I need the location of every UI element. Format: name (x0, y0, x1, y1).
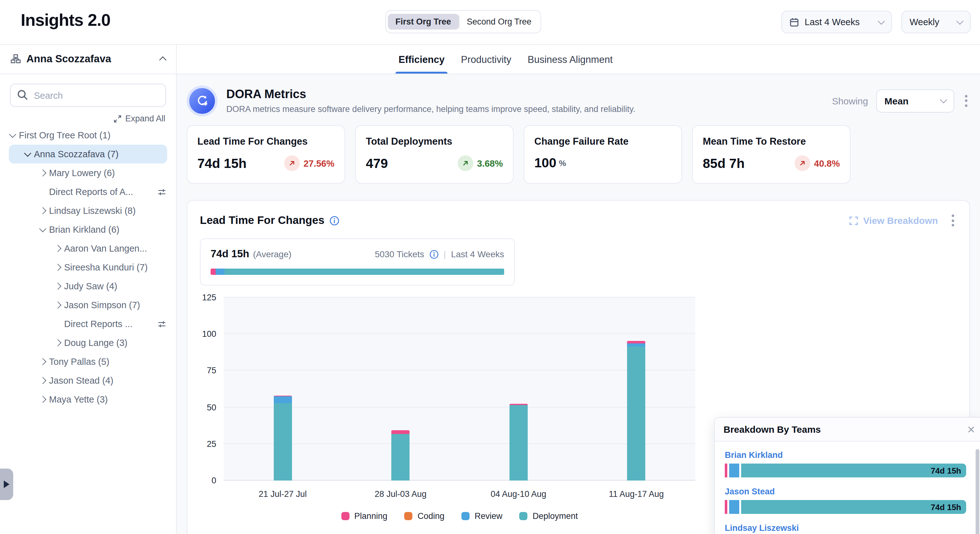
breakdown-team-link[interactable]: Lindsay Liszewski (725, 523, 966, 533)
filter-icon[interactable] (158, 188, 166, 196)
search-icon (17, 89, 28, 100)
tickets-count: 5030 Tickets (375, 249, 424, 259)
metric-card-value: 85d 7h (703, 156, 745, 171)
chevron-right-icon[interactable] (37, 171, 49, 175)
granularity-select[interactable]: Weekly (901, 11, 970, 33)
tree-item-maya-yette-3[interactable]: Maya Yette (3) (0, 390, 176, 409)
x-axis-label-21-jul-27-jul: 21 Jul-27 Jul (259, 489, 307, 499)
dora-title: DORA Metrics (226, 88, 636, 101)
dora-kebab-menu[interactable] (963, 92, 970, 109)
legend-swatch-deployment (520, 512, 528, 520)
breakdown-bar: 74d 15h (725, 464, 966, 477)
aggregation-value: Mean (885, 95, 908, 106)
chevron-down-icon[interactable] (21, 151, 34, 156)
section-tabs: EfficiencyProductivityBusiness Alignment (176, 44, 980, 74)
tree-item-label: Lindsay Liszewski (8) (49, 206, 136, 216)
breakdown-scrollbar[interactable] (975, 449, 979, 534)
chevron-right-icon[interactable] (51, 265, 64, 270)
tree-item-jason-simpson-7[interactable]: Jason Simpson (7) (0, 296, 176, 314)
metric-card-delta: 27.56% (284, 155, 334, 171)
chevron-right-icon[interactable] (37, 359, 49, 364)
tree-item-jason-stead-4[interactable]: Jason Stead (4) (0, 371, 176, 390)
chevron-right-icon[interactable] (37, 397, 49, 402)
bar-11-aug-17-aug[interactable] (627, 341, 646, 481)
tree-item-aaron-van-langen[interactable]: Aaron Van Langen... (0, 239, 176, 258)
gridline-25 (224, 443, 695, 444)
date-range-value: Last 4 Weeks (805, 17, 860, 27)
tree-item-tony-pallas-5[interactable]: Tony Pallas (5) (0, 352, 176, 371)
info-icon[interactable] (329, 215, 339, 225)
breakdown-team-link[interactable]: Jason Stead (725, 487, 966, 496)
sidebar-collapse-handle[interactable] (0, 469, 13, 500)
y-axis-tick-75: 75 (207, 366, 216, 376)
bar-04-aug-10-aug[interactable] (509, 404, 528, 481)
org-tree-tab-first-org-tree[interactable]: First Org Tree (388, 14, 458, 30)
tree-item-mary-lowery-6[interactable]: Mary Lowery (6) (0, 164, 176, 182)
lead-time-kebab-menu[interactable] (949, 212, 957, 229)
breakdown-rows: Brian Kirkland74d 15hJason Stead74d 15hL… (715, 442, 980, 534)
collapse-chevron-up-icon[interactable] (159, 56, 167, 64)
tree-item-anna-scozzafava-7[interactable]: Anna Scozzafava (7) (9, 145, 167, 164)
bar-28-jul-03-aug[interactable] (391, 430, 410, 481)
breakdown-bar-deployment: 74d 15h (741, 464, 966, 477)
tree-item-brian-kirkland-6[interactable]: Brian Kirkland (6) (0, 220, 176, 239)
bar-segment-deployment (391, 434, 410, 481)
x-axis-label-04-aug-10-aug: 04 Aug-10 Aug (491, 489, 546, 499)
tree-item-label: Direct Reports of A... (49, 187, 133, 197)
view-breakdown-button[interactable]: View Breakdown (849, 215, 938, 226)
breakdown-team-link[interactable]: Brian Kirkland (725, 450, 966, 460)
tree-item-sireesha-kunduri-7[interactable]: Sireesha Kunduri (7) (0, 258, 176, 277)
chevron-right-icon[interactable] (37, 208, 49, 213)
close-icon[interactable]: × (967, 423, 975, 436)
metric-card-delta: 40.8% (795, 155, 840, 171)
tab-productivity[interactable]: Productivity (461, 54, 511, 73)
sidebar-header[interactable]: Anna Scozzafava (0, 44, 176, 74)
org-tree-toggle: First Org TreeSecond Org Tree (385, 10, 541, 33)
tree-item-direct-reports[interactable]: Direct Reports ... (0, 314, 176, 333)
trend-up-arrow-icon (458, 155, 473, 171)
tree-item-judy-saw-4[interactable]: Judy Saw (4) (0, 277, 176, 296)
breakdown-bar-deployment: 74d 15h (741, 500, 966, 514)
chevron-right-icon[interactable] (51, 246, 64, 251)
chevron-right-icon[interactable] (51, 340, 64, 345)
chevron-right-icon[interactable] (51, 284, 64, 289)
breakdown-value: 74d 15h (931, 466, 961, 475)
tree-item-label: First Org Tree Root (1) (19, 130, 111, 140)
chevron-right-icon[interactable] (51, 303, 64, 308)
main-content: DORA Metrics DORA metrics measure softwa… (176, 74, 980, 534)
aggregation-select[interactable]: Mean (876, 89, 954, 112)
chevron-down-icon[interactable] (6, 133, 19, 138)
chevron-down-icon[interactable] (37, 227, 49, 232)
org-tree: First Org Tree Root (1)Anna Scozzafava (… (0, 126, 176, 409)
chart-x-labels: 21 Jul-27 Jul28 Jul-03 Aug04 Aug-10 Aug1… (224, 489, 695, 502)
y-axis-tick-100: 100 (202, 329, 216, 339)
summary-bar-segment-planning (211, 269, 216, 275)
chevron-right-icon[interactable] (37, 378, 49, 383)
tree-item-lindsay-liszewski-8[interactable]: Lindsay Liszewski (8) (0, 201, 176, 220)
filter-icon[interactable] (158, 320, 166, 328)
summary-period: Last 4 Weeks (451, 249, 504, 259)
metric-card-title: Change Failure Rate (534, 136, 671, 147)
tree-item-doug-lange-3[interactable]: Doug Lange (3) (0, 333, 176, 352)
info-icon[interactable] (430, 249, 439, 259)
metric-card-value: 100 (534, 155, 556, 171)
metric-card-unit: % (559, 158, 566, 167)
top-bar: Insights 2.0 First Org TreeSecond Org Tr… (0, 0, 980, 45)
search-input[interactable] (10, 84, 166, 107)
tab-business-alignment[interactable]: Business Alignment (528, 54, 613, 73)
summary-value: 74d 15h (211, 248, 249, 260)
y-axis-tick-25: 25 (207, 439, 216, 449)
bar-21-jul-27-jul[interactable] (274, 395, 292, 481)
date-range-select[interactable]: Last 4 Weeks (781, 11, 892, 33)
tree-item-first-org-tree-root-1[interactable]: First Org Tree Root (1) (0, 126, 176, 145)
breakdown-title: Breakdown By Teams (724, 424, 821, 435)
topbar-controls: Last 4 Weeks Weekly (781, 11, 970, 33)
org-chart-icon (11, 54, 21, 64)
org-tree-tab-second-org-tree[interactable]: Second Org Tree (459, 14, 539, 30)
expand-corners-icon (849, 216, 858, 225)
tab-efficiency[interactable]: Efficiency (399, 54, 444, 73)
tree-item-direct-reports-of-a[interactable]: Direct Reports of A... (0, 182, 176, 201)
expand-all-button[interactable]: Expand All (11, 114, 165, 123)
metric-card-value: 479 (366, 156, 388, 171)
dora-cycle-icon (189, 88, 215, 113)
